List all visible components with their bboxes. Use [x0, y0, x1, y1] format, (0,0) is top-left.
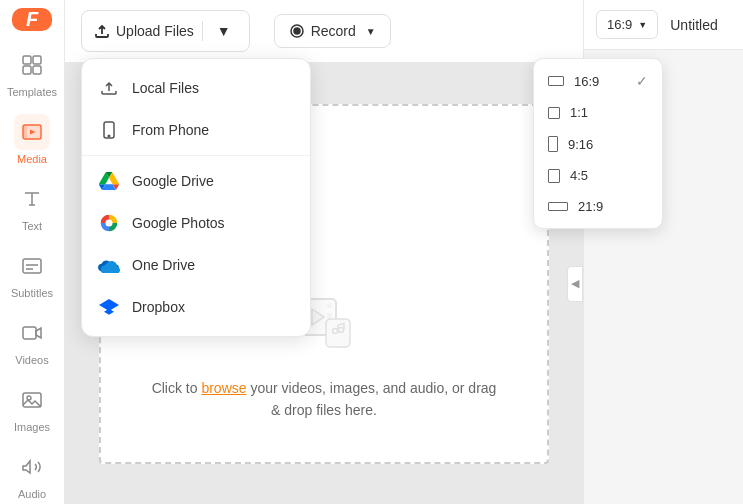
svg-rect-3: [33, 66, 41, 74]
one-drive-item[interactable]: One Drive: [82, 244, 310, 286]
record-chevron-icon[interactable]: ▼: [366, 26, 376, 37]
aspect-9-16[interactable]: 9:16: [534, 128, 662, 160]
sidebar-label-text: Text: [22, 220, 42, 232]
drop-text: Click to browse your videos, images, and…: [152, 377, 497, 422]
sidebar-label-images: Images: [14, 421, 50, 433]
svg-rect-1: [33, 56, 41, 64]
images-icon-wrap: [14, 382, 50, 418]
videos-icon-wrap: [14, 315, 50, 351]
svg-rect-20: [327, 303, 332, 308]
sidebar-item-videos[interactable]: Videos: [0, 307, 64, 374]
from-phone-label: From Phone: [132, 122, 209, 138]
aspect-4-5-label: 4:5: [570, 168, 588, 183]
sidebar-label-videos: Videos: [15, 354, 48, 366]
aspect-16-9-label: 16:9: [574, 74, 599, 89]
app-logo[interactable]: F: [12, 8, 52, 31]
right-top-bar: 16:9 ▼ Untitled: [584, 0, 743, 50]
from-phone-icon: [98, 119, 120, 141]
aspect-ratio-button[interactable]: 16:9 ▼: [596, 10, 658, 39]
svg-rect-2: [23, 66, 31, 74]
aspect-4-5-left: 4:5: [548, 168, 588, 183]
dropbox-label: Dropbox: [132, 299, 185, 315]
sidebar-item-text[interactable]: Text: [0, 173, 64, 240]
upload-dropdown: Local Files From Phone: [81, 58, 311, 337]
aspect-9-16-left: 9:16: [548, 136, 593, 152]
google-drive-label: Google Drive: [132, 173, 214, 189]
from-phone-item[interactable]: From Phone: [82, 109, 310, 151]
aspect-21-9-icon: [548, 202, 568, 211]
one-drive-label: One Drive: [132, 257, 195, 273]
svg-point-15: [105, 219, 112, 226]
grid-icon: [21, 54, 43, 76]
subtitles-icon: [21, 255, 43, 277]
dropbox-icon: [98, 296, 120, 318]
upload-label: Upload Files: [116, 23, 194, 39]
google-photos-item[interactable]: Google Photos: [82, 202, 310, 244]
logo-letter: F: [26, 8, 38, 31]
btn-divider: [202, 21, 203, 41]
google-drive-item[interactable]: Google Drive: [82, 160, 310, 202]
untitled-label[interactable]: Untitled: [666, 11, 721, 39]
aspect-16-9[interactable]: 16:9 ✓: [534, 65, 662, 97]
gphotos-icon: [98, 212, 120, 234]
media-icon-wrap: [14, 114, 50, 150]
record-button[interactable]: Record ▼: [274, 14, 391, 48]
aspect-4-5[interactable]: 4:5: [534, 160, 662, 191]
onedrive-icon: [98, 254, 120, 276]
toolbar: Upload Files ▼ Record ▼: [65, 0, 583, 63]
drop-text-after: your videos, images, and audio, or drag: [247, 380, 497, 396]
local-files-item[interactable]: Local Files: [82, 67, 310, 109]
aspect-21-9-left: 21:9: [548, 199, 603, 214]
local-files-label: Local Files: [132, 80, 199, 96]
record-label: Record: [311, 23, 356, 39]
aspect-1-1-label: 1:1: [570, 105, 588, 120]
sidebar: F Templates Media: [0, 0, 65, 504]
videos-icon: [21, 322, 43, 344]
browse-link[interactable]: browse: [201, 380, 246, 396]
aspect-chevron-icon: ▼: [638, 20, 647, 30]
dropdown-divider-1: [82, 155, 310, 156]
sidebar-label-templates: Templates: [7, 86, 57, 98]
svg-rect-23: [326, 319, 350, 347]
sidebar-item-images[interactable]: Images: [0, 374, 64, 441]
collapse-panel-button[interactable]: ◀: [567, 266, 583, 302]
sidebar-label-media: Media: [17, 153, 47, 165]
sidebar-item-audio[interactable]: Audio: [0, 441, 64, 504]
main-area: Upload Files ▼ Record ▼ Local Files: [65, 0, 583, 504]
drop-text-before: Click to: [152, 380, 202, 396]
google-photos-label: Google Photos: [132, 215, 225, 231]
sidebar-item-templates[interactable]: Templates: [0, 39, 64, 106]
drop-text-last: & drop files here.: [271, 402, 377, 418]
aspect-4-5-icon: [548, 169, 560, 183]
aspect-9-16-icon: [548, 136, 558, 152]
svg-rect-21: [327, 313, 332, 318]
right-panel: 16:9 ▼ Untitled 16:9 ✓ 1:1 9:16: [583, 0, 743, 504]
aspect-1-1-icon: [548, 107, 560, 119]
subtitles-icon-wrap: [14, 248, 50, 284]
text-icon-wrap: [14, 181, 50, 217]
sidebar-label-audio: Audio: [18, 488, 46, 500]
sidebar-item-subtitles[interactable]: Subtitles: [0, 240, 64, 307]
media-icon: [21, 121, 43, 143]
upload-chevron-icon[interactable]: ▼: [211, 19, 237, 43]
aspect-9-16-label: 9:16: [568, 137, 593, 152]
svg-rect-7: [23, 259, 41, 273]
audio-icon-wrap: [14, 449, 50, 485]
upload-arrow-icon: [94, 23, 110, 39]
aspect-1-1[interactable]: 1:1: [534, 97, 662, 128]
audio-icon: [21, 456, 43, 478]
sidebar-label-subtitles: Subtitles: [11, 287, 53, 299]
aspect-16-9-left: 16:9: [548, 74, 599, 89]
local-files-icon: [98, 77, 120, 99]
svg-rect-6: [23, 125, 27, 139]
svg-rect-8: [23, 327, 36, 339]
aspect-ratio-dropdown: 16:9 ✓ 1:1 9:16 4:5 21:9: [533, 58, 663, 229]
upload-files-button[interactable]: Upload Files ▼: [81, 10, 250, 52]
aspect-ratio-current: 16:9: [607, 17, 632, 32]
aspect-21-9[interactable]: 21:9: [534, 191, 662, 222]
dropbox-item[interactable]: Dropbox: [82, 286, 310, 328]
templates-icon-wrap: [14, 47, 50, 83]
aspect-21-9-label: 21:9: [578, 199, 603, 214]
sidebar-item-media[interactable]: Media: [0, 106, 64, 173]
aspect-16-9-icon: [548, 76, 564, 86]
